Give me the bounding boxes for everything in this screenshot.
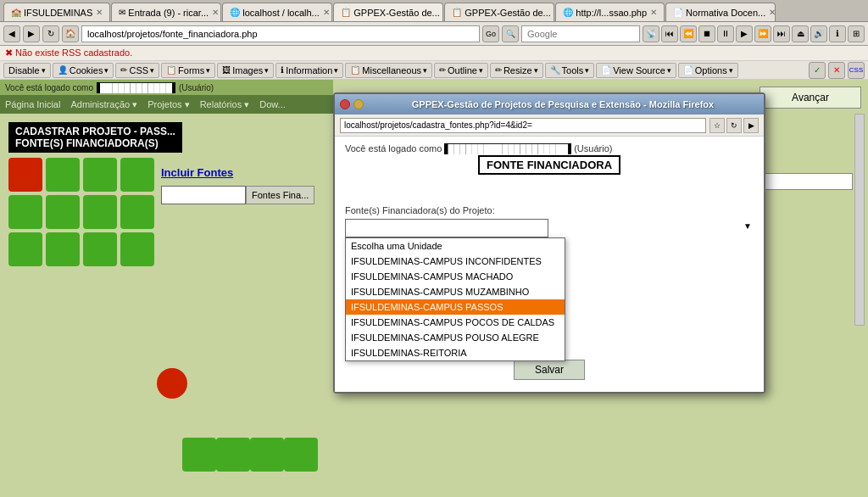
view-source-button[interactable]: 📄 View Source ▾: [596, 63, 676, 78]
green-cell-9: [46, 232, 80, 266]
red-circle: [157, 368, 187, 399]
images-button[interactable]: 🖼 Images ▾: [217, 63, 274, 78]
popup-user-type: (Usuário): [574, 143, 612, 154]
address-bar: ◀ ▶ ↻ 🏠 Go 🔍 📡 ⏮ ⏪ ⏹ ⏸ ▶ ⏩ ⏭ ⏏ 🔊 ℹ ⊞: [0, 22, 868, 46]
popup-reload-icon[interactable]: ↻: [726, 118, 742, 133]
dropdown-item-1[interactable]: IFSULDEMINAS-CAMPUS INCONFIDENTES: [346, 254, 565, 269]
media-play-icon[interactable]: ▶: [736, 25, 753, 42]
tab-ssao[interactable]: 🌐 http://l...ssao.php ✕: [555, 3, 665, 21]
nav-projetos[interactable]: Projetos ▾: [147, 99, 189, 110]
search-input[interactable]: [521, 25, 640, 42]
tab-normativa[interactable]: 📄 Normativa Docen... ✕: [665, 3, 776, 21]
right-input[interactable]: [760, 173, 853, 190]
popup-close-button[interactable]: [340, 99, 350, 109]
webdev-toolbar: Disable ▾ 👤 Cookies ▾ ✏ CSS ▾ 📋 Forms ▾ …: [0, 61, 868, 80]
tab-entrada[interactable]: ✉ Entrada (9) - ricar... ✕: [111, 3, 221, 21]
avancar-button[interactable]: Avançar: [760, 87, 861, 109]
right-scrollbar[interactable]: [854, 114, 865, 326]
bg-page-header: CADASTRAR PROJETO - PASS... FONTE(S) FIN…: [8, 122, 182, 153]
bg-input-row: Fontes Fina...: [161, 186, 314, 204]
fonte-select[interactable]: [345, 219, 548, 237]
resize-button[interactable]: ✏ Resize ▾: [490, 63, 543, 78]
go-button[interactable]: Go: [482, 25, 499, 42]
popup-addr-icons: ☆ ↻ ▶: [709, 118, 759, 133]
bottom-green-3: [250, 438, 284, 472]
popup-content: Você está logado como ██████████████████…: [335, 137, 764, 392]
css-arrow-icon: ▾: [150, 66, 154, 75]
dropdown-item-3[interactable]: IFSULDEMINAS-CAMPUS MUZAMBINHO: [346, 284, 565, 299]
home-button[interactable]: 🏠: [62, 25, 79, 42]
information-button[interactable]: ℹ Information ▾: [275, 63, 343, 78]
popup-forward-icon[interactable]: ▶: [743, 118, 759, 133]
media-fwd-icon[interactable]: ⏩: [754, 25, 771, 42]
disable-button[interactable]: Disable ▾: [3, 63, 51, 78]
dropdown-item-5[interactable]: IFSULDEMINAS-CAMPUS POCOS DE CALDAS: [346, 315, 565, 330]
css-valid-icon[interactable]: CSS: [848, 62, 865, 79]
tab-gppex2[interactable]: 📋 GPPEX-Gestão de... ✕: [444, 3, 554, 21]
rss-icon[interactable]: 📡: [643, 25, 659, 42]
cookies-label: Cookies: [70, 65, 103, 75]
toolbar-icons: 📡 ⏮ ⏪ ⏹ ⏸ ▶ ⏩ ⏭ ⏏ 🔊 ℹ ⊞: [643, 25, 865, 42]
forward-button[interactable]: ▶: [23, 25, 40, 42]
back-button[interactable]: ◀: [3, 25, 20, 42]
tab-close-icon[interactable]: ✕: [443, 8, 444, 17]
bg-icon-grid: [8, 158, 154, 266]
dropdown-item-2[interactable]: IFSULDEMINAS-CAMPUS MACHADO: [346, 269, 565, 284]
volume-icon[interactable]: 🔊: [810, 25, 827, 42]
popup-minimize-button[interactable]: [353, 99, 364, 109]
tab-close-icon[interactable]: ✕: [769, 8, 776, 17]
save-button[interactable]: Salvar: [514, 360, 585, 380]
tools-button[interactable]: 🔧 Tools ▾: [545, 63, 595, 78]
nav-relatorios[interactable]: Relatórios ▾: [200, 99, 250, 110]
tab-close-icon[interactable]: ✕: [96, 8, 103, 17]
extra-icon[interactable]: ⊞: [848, 25, 865, 42]
search-icon[interactable]: 🔍: [502, 25, 519, 42]
info-icon[interactable]: ℹ: [829, 25, 846, 42]
media-eject-icon[interactable]: ⏏: [792, 25, 809, 42]
tab-gppex-active[interactable]: 📋 GPPEX-Gestão de... ✕: [333, 3, 443, 21]
miscellaneous-button[interactable]: 📋 Miscellaneous ▾: [345, 63, 432, 78]
media-pause-icon[interactable]: ⏸: [717, 25, 734, 42]
popup-bookmark-icon[interactable]: ☆: [709, 118, 725, 133]
outline-button[interactable]: ✏ Outline ▾: [434, 63, 488, 78]
dropdown-item-7[interactable]: IFSULDEMINAS-REITORIA: [346, 345, 565, 360]
tab-close-icon[interactable]: ✕: [323, 8, 330, 17]
x-red-icon[interactable]: ✕: [828, 62, 845, 79]
css-label: CSS: [129, 65, 148, 75]
nav-home[interactable]: Página Inicial: [5, 99, 60, 109]
green-cell-2: [83, 158, 117, 192]
reload-button[interactable]: ↻: [42, 25, 59, 42]
popup-logged-bar: Você está logado como ██████████████████…: [345, 143, 754, 154]
media-next-icon[interactable]: ⏭: [773, 25, 790, 42]
cookies-button[interactable]: 👤 Cookies ▾: [53, 63, 114, 78]
tab-close-icon[interactable]: ✕: [212, 8, 219, 17]
tab-close-icon[interactable]: ✕: [554, 8, 555, 17]
dropdown-item-4[interactable]: IFSULDEMINAS-CAMPUS PASSOS: [346, 299, 565, 315]
popup-url-input[interactable]: [340, 118, 706, 133]
rss-message-bar: ✖ Não existe RSS cadastrado.: [0, 46, 868, 61]
incluir-fontes-link[interactable]: Incluir Fontes: [161, 166, 233, 179]
popup-form-label: Fonte(s) Financiadora(s) do Projeto:: [345, 205, 754, 215]
options-button[interactable]: 📄 Options ▾: [678, 63, 738, 78]
media-prev-icon[interactable]: ⏮: [661, 25, 678, 42]
media-back-icon[interactable]: ⏪: [680, 25, 697, 42]
disable-arrow-icon: ▾: [42, 66, 46, 75]
page-content: Você está logado como ████████████ (Usuá…: [0, 80, 868, 497]
green-cell-8: [8, 232, 42, 266]
tab-close-icon[interactable]: ✕: [650, 8, 657, 17]
css-button[interactable]: ✏ CSS ▾: [115, 63, 159, 78]
dropdown-item-0[interactable]: Escolha uma Unidade: [346, 238, 565, 254]
dropdown-item-6[interactable]: IFSULDEMINAS-CAMPUS POUSO ALEGRE: [346, 330, 565, 345]
media-stop-icon[interactable]: ⏹: [698, 25, 715, 42]
green-cell-7: [120, 195, 154, 229]
forms-button[interactable]: 📋 Forms ▾: [161, 63, 215, 78]
check-icon[interactable]: ✓: [809, 62, 826, 79]
url-input[interactable]: [81, 25, 480, 42]
tab-ifsuldeminas[interactable]: 🏫 IFSULDEMINAS ✕: [3, 3, 110, 21]
popup-dropdown-container: ▼ Escolha uma Unidade IFSULDEMINAS-CAMPU…: [345, 219, 754, 237]
resize-arrow-icon: ▾: [534, 66, 538, 75]
tab-localhost[interactable]: 🌐 localhost / localh... ✕: [222, 3, 332, 21]
nav-admin[interactable]: Administração ▾: [70, 99, 137, 110]
fontes-input[interactable]: [161, 186, 246, 204]
nav-dow[interactable]: Dow...: [259, 99, 286, 109]
